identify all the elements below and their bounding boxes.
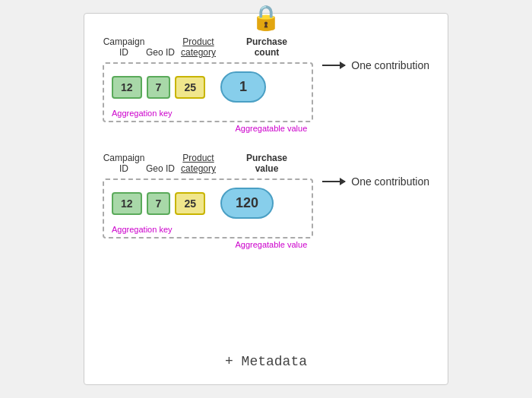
col-header-product-1: Product category	[176, 36, 221, 58]
arrow-1	[322, 65, 345, 66]
col-header-purchase-1: Purchase count	[236, 36, 297, 58]
value-group-2: 120	[220, 188, 274, 219]
contribution-2-wrapper: Campaign ID Geo ID Product category Purc…	[103, 153, 429, 249]
campaign-chip-1: 12	[112, 76, 142, 99]
lock-icon: 🔒	[251, 3, 281, 32]
product-chip-1: 25	[175, 76, 205, 99]
col-header-campaign-2: Campaign ID	[103, 153, 145, 174]
col-headers-2: Campaign ID Geo ID Product category Purc…	[103, 153, 313, 174]
agg-key-label-1: Aggregation key	[112, 109, 173, 118]
agg-value-label-1: Aggregatable value	[103, 124, 313, 133]
paper: Campaign ID Geo ID Product category Purc…	[84, 13, 448, 385]
agg-key-label-2: Aggregation key	[112, 225, 173, 234]
product-chip-2: 25	[175, 192, 205, 215]
geo-chip-1: 7	[147, 76, 171, 99]
agg-value-label-2: Aggregatable value	[103, 240, 313, 249]
contribution-2-text: One contribution	[351, 175, 429, 188]
aggregatable-value-oval-2: 120	[220, 188, 274, 219]
col-header-purchase-2: Purchase value	[236, 153, 297, 174]
contribution-1-block: Campaign ID Geo ID Product category Purc…	[103, 36, 313, 133]
contribution-2-block: Campaign ID Geo ID Product category Purc…	[103, 153, 313, 249]
geo-chip-2: 7	[147, 192, 171, 215]
contribution-1-arrow-label: One contribution	[322, 36, 429, 71]
dashed-box-2: 12 7 25 120 Aggregation key	[103, 178, 313, 238]
campaign-chip-2: 12	[112, 192, 142, 215]
col-header-campaign-1: Campaign ID	[103, 36, 145, 58]
value-group-1: 1	[220, 71, 266, 103]
dashed-box-1: 12 7 25 1 Aggregation key	[103, 62, 313, 122]
contribution-1-wrapper: Campaign ID Geo ID Product category Purc…	[103, 36, 429, 133]
key-group-1: 12 7 25	[112, 76, 205, 99]
key-group-2: 12 7 25	[112, 192, 205, 215]
contribution-1-text: One contribution	[351, 59, 429, 71]
outer-wrapper: 🔒 Campaign ID Geo ID Product category Pu…	[15, 9, 517, 389]
contribution-2-arrow-label: One contribution	[322, 153, 429, 188]
metadata-text: + Metadata	[225, 346, 307, 369]
col-header-geo-1: Geo ID	[145, 47, 176, 58]
col-header-product-2: Product category	[176, 153, 221, 174]
col-headers-1: Campaign ID Geo ID Product category Purc…	[103, 36, 313, 58]
col-header-geo-2: Geo ID	[145, 163, 176, 174]
aggregatable-value-oval-1: 1	[220, 71, 266, 103]
arrow-2	[322, 181, 345, 182]
